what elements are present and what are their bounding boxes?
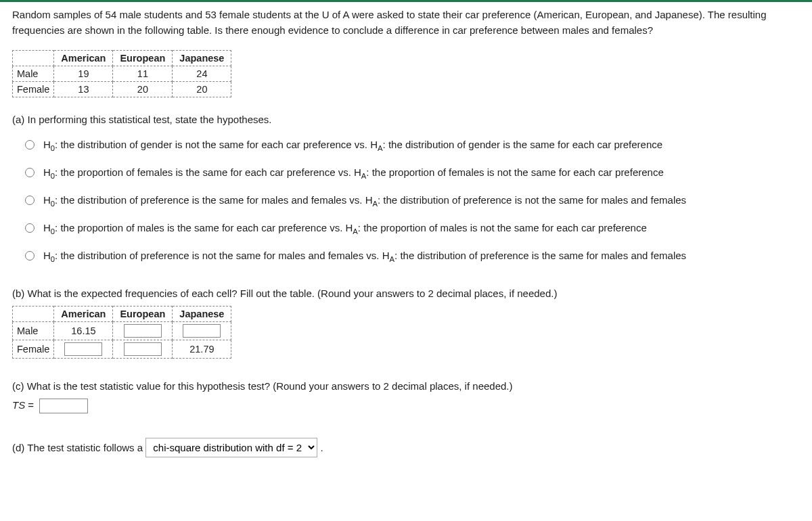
col-header: Japanese <box>173 307 231 322</box>
expected-table: American European Japanese Male 16.15 Fe… <box>12 306 231 359</box>
radio-option[interactable]: H0: the distribution of preference is th… <box>22 187 800 215</box>
expected-input[interactable] <box>124 342 162 356</box>
radio-input[interactable] <box>25 140 35 150</box>
option-text: H0: the distribution of gender is not th… <box>43 137 662 154</box>
table-row: Male 19 11 24 <box>13 66 231 82</box>
part-d-prefix: (d) The test statistic follows a <box>12 442 145 453</box>
radio-input[interactable] <box>25 223 35 233</box>
expected-input[interactable] <box>183 324 221 338</box>
table-corner <box>13 51 54 66</box>
table-corner <box>13 307 54 322</box>
row-header: Female <box>13 82 54 97</box>
radio-input[interactable] <box>25 168 35 177</box>
expected-input[interactable] <box>64 342 102 356</box>
radio-option[interactable]: H0: the proportion of males is the same … <box>22 215 800 243</box>
col-header: Japanese <box>173 51 231 66</box>
expected-input[interactable] <box>124 324 162 338</box>
radio-option[interactable]: H0: the proportion of females is the sam… <box>22 160 800 187</box>
col-header: European <box>113 307 173 322</box>
cell: 19 <box>54 66 113 82</box>
table-row: Male 16.15 <box>13 322 231 340</box>
equals-sign: = <box>25 399 37 411</box>
table-row: Female 13 20 20 <box>13 82 231 97</box>
row-header: Female <box>13 340 54 359</box>
part-d: (d) The test statistic follows a chi-squ… <box>12 438 800 457</box>
intro-text: Random samples of 54 male students and 5… <box>12 7 800 38</box>
part-a-prompt: (a) In performing this statistical test,… <box>12 114 800 125</box>
col-header: European <box>113 51 173 66</box>
cell: 24 <box>173 66 231 82</box>
distribution-select[interactable]: chi-square distribution with df = 2 <box>145 438 317 457</box>
radio-input[interactable] <box>25 196 35 205</box>
part-d-suffix: . <box>320 442 323 453</box>
radio-option[interactable]: H0: the distribution of preference is no… <box>22 243 800 271</box>
cell: 13 <box>54 82 113 97</box>
ts-input[interactable] <box>39 399 88 413</box>
col-header: American <box>54 51 113 66</box>
col-header: American <box>54 307 113 322</box>
cell-static: 21.79 <box>173 340 231 359</box>
radio-option[interactable]: H0: the distribution of gender is not th… <box>22 132 800 160</box>
cell: 11 <box>113 66 173 82</box>
row-header: Male <box>13 322 54 340</box>
ts-row: TS = <box>12 399 800 413</box>
row-header: Male <box>13 66 54 82</box>
option-text: H0: the proportion of females is the sam… <box>43 165 664 182</box>
option-text: H0: the proportion of males is the same … <box>43 221 647 237</box>
option-text: H0: the distribution of preference is th… <box>43 193 686 210</box>
part-b-prompt: (b) What is the expected frequencies of … <box>12 288 800 299</box>
ts-label: TS <box>12 399 25 411</box>
cell: 20 <box>173 82 231 97</box>
cell: 20 <box>113 82 173 97</box>
table-row: Female 21.79 <box>13 340 231 359</box>
radio-input[interactable] <box>25 251 35 260</box>
cell-static: 16.15 <box>54 322 113 340</box>
option-text: H0: the distribution of preference is no… <box>43 248 686 265</box>
part-c-prompt: (c) What is the test statistic value for… <box>12 380 800 392</box>
observed-table: American European Japanese Male 19 11 24… <box>12 50 231 97</box>
part-a-options: H0: the distribution of gender is not th… <box>12 132 800 270</box>
